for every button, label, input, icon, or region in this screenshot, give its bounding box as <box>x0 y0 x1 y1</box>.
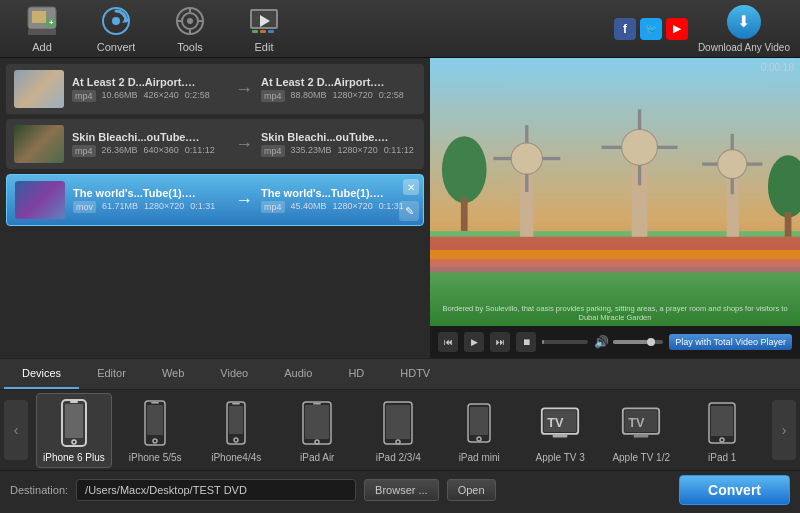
play-button[interactable]: ▶ <box>464 332 484 352</box>
device-appletv12[interactable]: TV Apple TV 1/2 <box>604 393 679 468</box>
file-name-dst: The world's...Tube(1).mp4 <box>261 187 391 199</box>
twitter-icon[interactable]: 🐦 <box>640 18 662 40</box>
tab-hd[interactable]: HD <box>330 359 382 389</box>
file-dur-dst: 0:11:12 <box>384 145 414 157</box>
file-size-dst: 45.40MB <box>291 201 327 213</box>
progress-bar[interactable] <box>542 340 588 344</box>
file-item[interactable]: At Least 2 D...Airport.mp4 mp4 10.66MB 4… <box>6 64 424 114</box>
file-dur-src: 0:2:58 <box>185 90 210 102</box>
device-appletv3[interactable]: TV Apple TV 3 <box>523 393 598 468</box>
device-iphone44s[interactable]: iPhone4/4s <box>199 393 274 468</box>
svg-rect-13 <box>177 20 181 22</box>
destination-bar: Destination: /Users/Macx/Desktop/TEST DV… <box>0 470 800 508</box>
svg-rect-55 <box>151 402 159 404</box>
tab-devices[interactable]: Devices <box>4 359 79 389</box>
file-meta-dst: mp4 45.40MB 1280×720 0:1:31 <box>261 201 415 213</box>
open-button[interactable]: Open <box>447 479 496 501</box>
play-with-button[interactable]: Play with Total Video Player <box>669 334 792 350</box>
svg-text:+: + <box>49 18 54 27</box>
svg-rect-12 <box>189 30 191 34</box>
tab-hdtv[interactable]: HDTV <box>382 359 448 389</box>
preview-time: 0:00:18 <box>761 62 794 73</box>
file-info-dst: The world's...Tube(1).mp4 mp4 45.40MB 12… <box>261 187 415 213</box>
svg-rect-63 <box>313 403 321 405</box>
device-label: Apple TV 3 <box>536 452 585 463</box>
device-iphone6plus[interactable]: iPhone 6 Plus <box>36 393 112 468</box>
nav-next-arrow[interactable]: › <box>772 400 796 460</box>
file-res-dst: 1280×720 <box>333 90 373 102</box>
file-meta-src: mov 61.71MB 1280×720 0:1:31 <box>73 201 227 213</box>
file-close-button[interactable]: ✕ <box>403 179 419 195</box>
svg-rect-47 <box>785 212 792 237</box>
svg-point-69 <box>477 437 481 441</box>
convert-button[interactable]: Convert <box>679 475 790 505</box>
tools-icon <box>173 4 207 38</box>
svg-point-58 <box>234 438 238 442</box>
volume-control: 🔊 <box>594 335 663 349</box>
svg-rect-73 <box>553 433 568 437</box>
ipad234-icon <box>378 398 418 448</box>
tab-video[interactable]: Video <box>202 359 266 389</box>
device-ipad1[interactable]: iPad 1 <box>685 393 760 468</box>
devices-scroll: iPhone 6 Plus iPhone 5/5s <box>28 393 772 468</box>
file-size-src: 61.71MB <box>102 201 138 213</box>
svg-text:TV: TV <box>547 414 564 429</box>
tools-button[interactable]: Tools <box>158 4 222 53</box>
prev-button[interactable]: ⏮ <box>438 332 458 352</box>
svg-rect-51 <box>70 401 78 403</box>
stop-button[interactable]: ⏹ <box>516 332 536 352</box>
svg-marker-1 <box>32 11 46 23</box>
iphone6plus-icon <box>54 398 94 448</box>
convert-toolbar-button[interactable]: Convert <box>84 4 148 53</box>
file-item-selected[interactable]: The world's...Tube(1).mov mov 61.71MB 12… <box>6 174 424 226</box>
facebook-icon[interactable]: f <box>614 18 636 40</box>
arrow-icon: → <box>235 79 253 100</box>
ipadmini-icon <box>459 398 499 448</box>
file-res-src: 1280×720 <box>144 201 184 213</box>
tabs-row: Devices Editor Web Video Audio HD HDTV <box>0 358 800 390</box>
device-ipadmini[interactable]: iPad mini <box>442 393 517 468</box>
preview-controls: ⏮ ▶ ⏭ ⏹ 🔊 Play with Total Video Player <box>430 326 800 358</box>
iphone55s-icon <box>135 398 175 448</box>
add-icon: + <box>25 4 59 38</box>
file-edit-button[interactable]: ✎ <box>399 201 419 221</box>
device-ipadair[interactable]: iPad Air <box>280 393 355 468</box>
file-res-src: 640×360 <box>144 145 179 157</box>
nav-prev-arrow[interactable]: ‹ <box>4 400 28 460</box>
download-label: Download Any Video <box>698 42 790 53</box>
volume-slider[interactable] <box>613 340 663 344</box>
file-meta-src: mp4 10.66MB 426×240 0:2:58 <box>72 90 227 102</box>
device-iphone55s[interactable]: iPhone 5/5s <box>118 393 193 468</box>
file-res-src: 426×240 <box>144 90 179 102</box>
file-res-dst: 1280×720 <box>338 145 378 157</box>
edit-icon <box>247 4 281 38</box>
file-list: At Least 2 D...Airport.mp4 mp4 10.66MB 4… <box>0 58 430 358</box>
youtube-icon[interactable]: ▶ <box>666 18 688 40</box>
tab-web[interactable]: Web <box>144 359 202 389</box>
file-name-src: At Least 2 D...Airport.mp4 <box>72 76 202 88</box>
download-video-button[interactable]: ⬇ Download Any Video <box>698 5 790 53</box>
device-ipad234[interactable]: iPad 2/3/4 <box>361 393 436 468</box>
file-size-dst: 88.80MB <box>291 90 327 102</box>
add-button[interactable]: + Add <box>10 4 74 53</box>
svg-point-27 <box>511 143 542 174</box>
file-item[interactable]: Skin Bleachi...ouTube.mp4 mp4 26.36MB 64… <box>6 119 424 169</box>
tab-audio[interactable]: Audio <box>266 359 330 389</box>
device-label: iPhone 6 Plus <box>43 452 105 463</box>
browser-button[interactable]: Browser ... <box>364 479 439 501</box>
ipadair-icon <box>297 398 337 448</box>
svg-rect-79 <box>711 406 733 436</box>
svg-point-62 <box>315 440 319 444</box>
file-dur-src: 0:11:12 <box>185 145 215 157</box>
file-format-dst: mp4 <box>261 201 285 213</box>
next-button[interactable]: ⏭ <box>490 332 510 352</box>
iphone44s-icon <box>216 398 256 448</box>
svg-rect-19 <box>260 30 266 33</box>
download-icon: ⬇ <box>727 5 761 39</box>
device-label: Apple TV 1/2 <box>612 452 670 463</box>
toolbar-left: + Add Convert <box>10 4 614 53</box>
tab-editor[interactable]: Editor <box>79 359 144 389</box>
svg-rect-61 <box>305 405 329 439</box>
edit-button[interactable]: Edit <box>232 4 296 53</box>
svg-rect-4 <box>28 29 56 35</box>
